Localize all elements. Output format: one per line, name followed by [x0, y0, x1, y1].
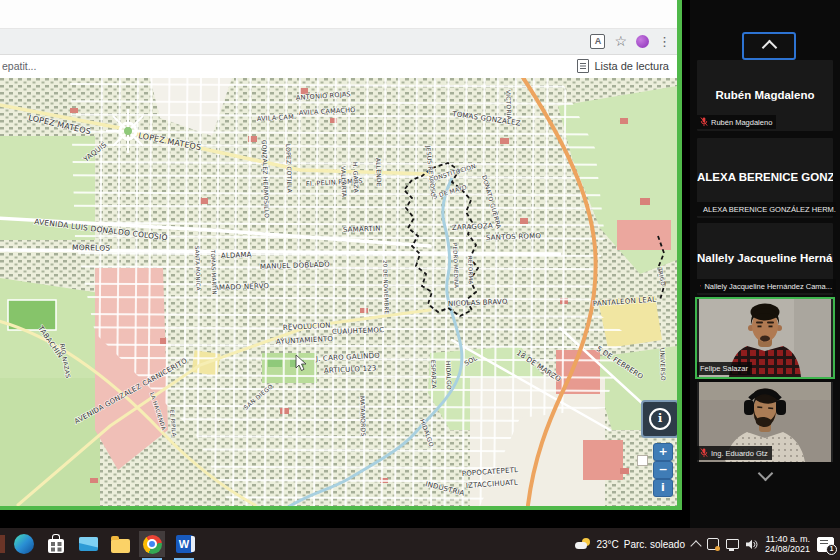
street-label: VICTORIA [505, 90, 513, 121]
map-info-button[interactable]: i [653, 479, 673, 497]
street-label: H. GARZA [352, 162, 360, 194]
street-label: HIDALGO [445, 361, 453, 390]
taskbar-file-explorer-icon[interactable] [107, 531, 133, 557]
taskbar-clock[interactable]: 11:40 a. m. 24/08/2021 [765, 534, 810, 555]
participant-tile[interactable]: Rubén Magdaleno Rubén Magdaleno [697, 60, 833, 131]
notification-center-icon[interactable]: 1 [817, 537, 834, 552]
info-circle-icon: i [649, 408, 671, 430]
taskbar-mail-icon[interactable] [75, 531, 101, 557]
bookmark-star-icon[interactable]: ☆ [614, 34, 627, 48]
participant-tile[interactable]: Nallely Jacqueline Hernán... Nallely Jac… [697, 223, 833, 295]
collapse-gallery-button[interactable] [742, 32, 796, 60]
street-label: MATAMOROS [359, 396, 367, 437]
bookmark-item[interactable]: epatit... [2, 60, 36, 72]
system-tray: 23°C Parc. soleado 11:40 a. m. 24/08/202… [575, 528, 834, 560]
zoom-out-button[interactable]: − [653, 461, 673, 479]
taskbar-edge-icon[interactable] [11, 531, 37, 557]
tray-chevron-up-icon[interactable] [690, 540, 701, 551]
translate-icon[interactable]: A [590, 34, 605, 49]
notification-badge: 1 [826, 544, 837, 555]
meeting-sidebar: Rubén Magdaleno Rubén Magdaleno ALEXA BE… [690, 0, 840, 528]
weather-icon [575, 538, 591, 550]
shared-browser-window: A ☆ ⋮ epatit... Lista de lectura [0, 0, 682, 510]
weather-temp: 23°C [596, 539, 618, 550]
participant-label: Felipe Salazar [697, 362, 752, 375]
reading-list-label: Lista de lectura [594, 60, 669, 72]
desktop-screen: A ☆ ⋮ epatit... Lista de lectura [0, 0, 840, 560]
expand-gallery-button[interactable] [752, 466, 778, 484]
participant-label: ALEXA BERENICE GONZÁLEZ HERM... [697, 202, 836, 216]
weather-desc: Parc. soleado [624, 539, 685, 550]
weather-widget[interactable]: 23°C Parc. soleado [575, 538, 685, 550]
taskbar-word-icon[interactable]: W [171, 531, 197, 557]
taskbar-chrome-icon[interactable] [139, 531, 165, 557]
muted-mic-icon [700, 281, 701, 291]
menu-dots-icon[interactable]: ⋮ [658, 34, 671, 49]
chevron-down-icon [757, 465, 773, 481]
participant-name: ALEXA BERENICE GONZÁL... [697, 171, 833, 183]
tray-display-icon[interactable] [726, 539, 739, 549]
muted-mic-icon [700, 117, 708, 127]
participant-label: Nallely Jacqueline Hernández Cama... [697, 279, 836, 293]
tray-volume-icon[interactable] [746, 539, 758, 550]
extension-icon[interactable] [636, 35, 649, 48]
street-label: SAMARTIN [343, 225, 381, 234]
map-scale-box [637, 455, 648, 466]
taskbar-time: 11:40 a. m. [765, 534, 810, 545]
reading-list-icon [577, 59, 589, 73]
taskbar-edge-clip [0, 535, 5, 553]
zoom-in-button[interactable]: + [653, 443, 673, 461]
chevron-up-icon [761, 40, 777, 56]
browser-toolbar: A ☆ ⋮ [0, 29, 677, 55]
taskbar-store-icon[interactable] [43, 531, 69, 557]
browser-content: A ☆ ⋮ epatit... Lista de lectura [0, 0, 677, 506]
map-canvas[interactable]: LOPEZ MATEOSLOPEZ MATEOSYAQUISAVENIDA LU… [0, 78, 677, 506]
street-label: ALDAMA [221, 251, 252, 260]
street-label: ESPARZA [430, 360, 438, 390]
muted-mic-icon [700, 448, 708, 458]
participant-name: Rubén Magdaleno [697, 88, 833, 100]
windows-taskbar: W 23°C Parc. soleado 11:40 a. m. 24/08/2… [0, 528, 840, 560]
street-label: ALLENDE [375, 158, 383, 187]
street-label: REFORMA [467, 256, 474, 285]
street-label: MORELOS [72, 243, 110, 253]
street-label: VALLARTA [340, 166, 348, 198]
tray-update-icon[interactable] [707, 538, 719, 550]
participant-tile[interactable]: ALEXA BERENICE GONZÁL... ALEXA BERENICE … [697, 138, 833, 218]
video-tile[interactable]: Felipe Salazar [695, 297, 835, 379]
taskbar-date: 24/08/2021 [765, 544, 810, 555]
participant-label: Ing. Eduardo Gtz [697, 446, 772, 460]
map-viewport[interactable]: LOPEZ MATEOSLOPEZ MATEOSYAQUISAVENIDA LU… [0, 78, 677, 506]
map-info-popup-button[interactable]: i [641, 400, 677, 438]
bookmarks-bar: epatit... Lista de lectura [0, 55, 677, 79]
participant-label: Rubén Magdaleno [697, 115, 776, 129]
participant-name: Nallely Jacqueline Hernán... [697, 252, 833, 264]
street-label: UNIVERSO [659, 348, 667, 381]
browser-tab-strip [0, 0, 677, 29]
video-tile[interactable]: Ing. Eduardo Gtz [697, 382, 833, 462]
reading-list-button[interactable]: Lista de lectura [577, 59, 669, 73]
